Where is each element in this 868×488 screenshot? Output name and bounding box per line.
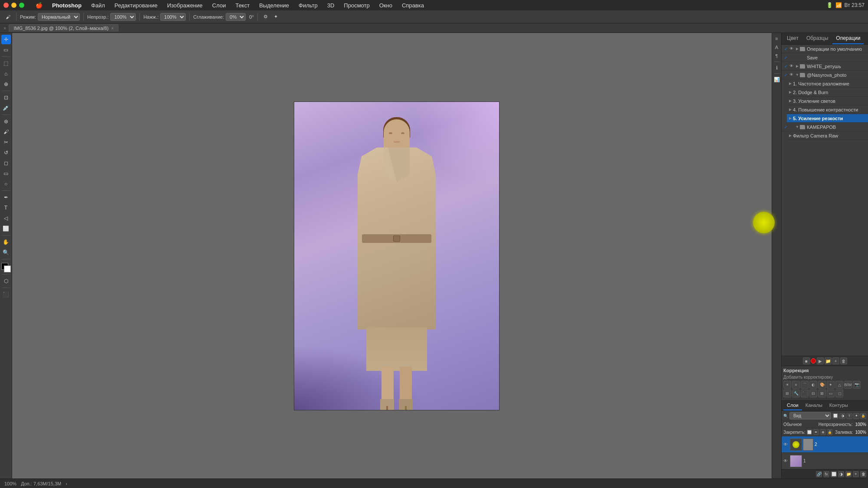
layers-link-btn[interactable]: 🔗 — [816, 471, 822, 477]
apple-menu[interactable]: 🍎 — [33, 2, 45, 9]
lock-all-btn[interactable]: 🔒 — [827, 429, 833, 435]
history-brush-tool[interactable]: ↺ — [1, 148, 11, 157]
ops-eye-3[interactable]: 👁 — [789, 72, 795, 78]
window-controls[interactable] — [3, 3, 24, 8]
path-select-tool[interactable]: ◁ — [1, 213, 11, 223]
quick-mask-btn[interactable]: ⬡ — [1, 276, 11, 286]
ops-arrow-6[interactable]: ▶ — [789, 99, 792, 103]
side-char-icon[interactable]: A — [773, 43, 781, 51]
menu-image[interactable]: Изображение — [164, 2, 205, 9]
close-btn[interactable] — [3, 3, 9, 8]
layer-row-1[interactable]: 👁 1 — [782, 453, 868, 469]
layer-eye-0[interactable]: 👁 — [783, 442, 789, 447]
corr-photo[interactable]: 📷 — [853, 381, 861, 389]
brush-tool[interactable]: 🖌 — [1, 127, 11, 137]
maximize-btn[interactable] — [19, 3, 24, 8]
eraser-tool[interactable]: ◻ — [1, 158, 11, 168]
menu-select[interactable]: Выделение — [256, 2, 292, 9]
corr-colorbalance[interactable]: △ — [835, 381, 843, 389]
corr-selectivecolor[interactable]: ◻ — [835, 390, 843, 397]
corr-brightness[interactable]: ☀ — [783, 381, 791, 389]
ops-arrow-9[interactable]: ▼ — [796, 125, 799, 129]
ops-item-5[interactable]: ▶ 2. Dodge & Burn — [787, 88, 868, 97]
menu-layers[interactable]: Слои — [210, 2, 229, 9]
dodge-tool[interactable]: ○ — [1, 179, 11, 189]
ops-item-7[interactable]: ▶ 4. Повышение контрастности — [787, 105, 868, 114]
hand-tool[interactable]: ✋ — [1, 237, 11, 247]
zoom-tool[interactable]: 🔍 — [1, 248, 11, 257]
layers-delete-btn[interactable]: 🗑 — [860, 471, 866, 477]
pen-tool[interactable]: ✒ — [1, 193, 11, 202]
ops-arrow-8[interactable]: ▶ — [789, 117, 792, 120]
filter-pixel-icon[interactable]: ⬜ — [832, 413, 838, 419]
ops-check-2[interactable]: ✓ — [783, 64, 789, 69]
corr-channelmixer[interactable]: ⊞ — [783, 390, 791, 397]
layers-group-btn[interactable]: 📁 — [845, 471, 852, 477]
gradient-tool[interactable]: ▭ — [1, 169, 11, 178]
side-para-icon[interactable]: ¶ — [773, 52, 781, 60]
layers-adj-btn[interactable]: ◑ — [838, 471, 844, 477]
ops-eye-2[interactable]: 👁 — [789, 64, 795, 69]
menu-text[interactable]: Текст — [233, 2, 252, 9]
lasso-tool[interactable]: ⌂ — [1, 69, 11, 79]
ops-arrow-5[interactable]: ▶ — [789, 91, 792, 94]
move-tool[interactable]: ✛ — [1, 35, 11, 44]
mode-dropdown[interactable]: Нормальный — [38, 13, 80, 21]
filter-smart-icon[interactable]: ✦ — [853, 413, 859, 419]
ops-record-btn[interactable] — [811, 358, 816, 364]
menu-3d[interactable]: 3D — [325, 2, 337, 9]
ops-stop-btn[interactable]: ■ — [803, 357, 810, 364]
side-info-icon[interactable]: ℹ — [773, 64, 781, 72]
menu-window[interactable]: Окно — [377, 2, 395, 9]
layer-eye-1[interactable]: 👁 — [783, 459, 789, 463]
lock-pos-btn[interactable]: ✒ — [813, 429, 819, 435]
menu-file[interactable]: Файл — [89, 2, 108, 9]
ops-eye-0[interactable]: 👁 — [789, 46, 795, 52]
filter-adj-icon[interactable]: ◑ — [839, 413, 845, 419]
layer-row-0[interactable]: 👁 2 — [782, 436, 868, 453]
brush-options-btn[interactable]: 🖌 — [3, 13, 13, 20]
layers-tab-layers[interactable]: Слои — [783, 401, 802, 410]
corr-vibrance[interactable]: ✦ — [827, 381, 835, 389]
menu-help[interactable]: Справка — [399, 2, 427, 9]
ops-item-10[interactable]: ▶ Фильтр Camera Raw — [787, 131, 868, 140]
ops-item-0[interactable]: ✓ 👁 ▶ Операции по умолчанию — [782, 45, 868, 53]
corr-posterize[interactable]: ⊟ — [809, 390, 817, 397]
corr-bw[interactable]: B/W — [844, 381, 852, 389]
artboard-tool[interactable]: ▭ — [1, 45, 11, 55]
ops-check-9[interactable]: ✓ — [783, 124, 789, 130]
corr-invert[interactable]: ⬛ — [801, 390, 809, 397]
tab-close-global[interactable]: × — [3, 26, 6, 31]
corr-gradientmap[interactable]: ▭ — [827, 390, 835, 397]
ops-check-3[interactable]: ✓ — [783, 72, 789, 78]
layers-new-btn[interactable]: + — [853, 471, 859, 477]
eyedropper-tool[interactable]: 💉 — [1, 103, 11, 113]
crop-tool[interactable]: ⊡ — [1, 93, 11, 102]
ops-item-2[interactable]: ✓ 👁 ▶ WHITE_ретушь — [782, 62, 868, 71]
document-tab[interactable]: IMG_8536 2.jpg @ 100% (2, Слой–маска/8) … — [9, 24, 118, 32]
ops-check-1[interactable]: ✓ — [783, 55, 789, 60]
minimize-btn[interactable] — [11, 3, 16, 8]
corr-hue[interactable]: 🎨 — [818, 381, 826, 389]
clone-tool[interactable]: ✂ — [1, 138, 11, 147]
brush-preset-btn[interactable]: ✦ — [272, 13, 280, 20]
foreground-color[interactable] — [1, 263, 11, 272]
corr-threshold[interactable]: ⊠ — [818, 390, 826, 397]
menu-edit[interactable]: Редактирование — [112, 2, 160, 9]
tab-color[interactable]: Цвет — [783, 33, 802, 44]
corr-exposure[interactable]: ◐ — [809, 381, 817, 389]
ops-folder-btn[interactable]: 📁 — [825, 357, 832, 364]
quick-select-tool[interactable]: ⊕ — [1, 79, 11, 89]
layers-tab-channels[interactable]: Каналы — [802, 401, 826, 410]
shape-tool[interactable]: ⬜ — [1, 224, 11, 233]
filter-type-icon[interactable]: T — [846, 413, 852, 419]
ops-arrow-4[interactable]: ▶ — [789, 82, 792, 85]
layers-filter-select[interactable]: Вид — [789, 412, 831, 419]
app-name[interactable]: Photoshop — [49, 2, 84, 9]
spot-heal-tool[interactable]: ⊛ — [1, 117, 11, 126]
smoothing-dropdown[interactable]: 0% — [226, 13, 246, 21]
type-tool[interactable]: T — [1, 203, 11, 213]
marquee-tool[interactable]: ⬚ — [1, 59, 11, 68]
menu-filter[interactable]: Фильтр — [296, 2, 320, 9]
lock-artboard-btn[interactable]: ⊕ — [820, 429, 826, 435]
